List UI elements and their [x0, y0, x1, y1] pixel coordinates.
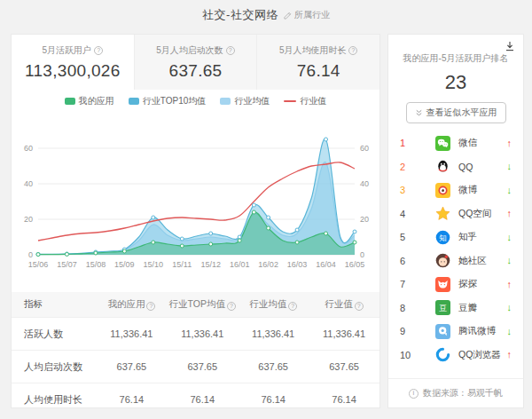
rank-list-item[interactable]: 3微博↓ — [388, 178, 523, 202]
legend-swatch — [284, 100, 296, 102]
table-column-header: 行业值? — [309, 292, 379, 318]
trend-down-icon: ↓ — [507, 162, 512, 171]
stat-label: 5月人均启动次数 ? — [156, 44, 235, 57]
metrics-table: 指标我的应用?行业TOP均值?行业均值?行业值? 活跃人数11,336.4111… — [12, 292, 379, 415]
svg-text:40: 40 — [24, 179, 33, 188]
metric-value: 76.14 — [238, 383, 309, 416]
table-column-header: 我的应用? — [96, 292, 167, 318]
trend-up-icon: ↑ — [507, 350, 512, 360]
svg-text:20: 20 — [360, 215, 369, 224]
chart-svg: 0020204040606015/0615/0715/0815/0915/101… — [12, 113, 381, 281]
stat-tab-launch-count[interactable]: 5月人均启动次数 ? 637.65 — [134, 35, 257, 90]
stat-value: 637.65 — [169, 61, 223, 81]
svg-text:20: 20 — [24, 215, 33, 224]
rank-number: 7 — [400, 279, 414, 289]
legend-item-3[interactable]: 行业值 — [284, 95, 326, 107]
legend-item-0[interactable]: 我的应用 — [65, 95, 114, 107]
ranking-value: 23 — [388, 71, 523, 94]
svg-text:60: 60 — [24, 144, 33, 153]
info-icon[interactable]: ? — [355, 302, 364, 311]
rank-list-item[interactable]: 8豆豆瓣↓ — [388, 296, 523, 320]
svg-text:15/11: 15/11 — [172, 260, 192, 269]
trend-down-icon: ↓ — [507, 233, 512, 242]
table-column-header: 行业均值? — [238, 292, 309, 318]
svg-text:0: 0 — [28, 250, 33, 259]
qzone-icon — [435, 206, 450, 221]
rank-list-item[interactable]: 6她社区↓ — [388, 249, 523, 273]
rank-number: 4 — [400, 209, 414, 219]
app-name: 知乎 — [458, 231, 507, 243]
legend-label: 我的应用 — [79, 95, 114, 107]
tencent-weibo-icon — [435, 324, 450, 339]
metrics-table-head: 指标我的应用?行业TOP均值?行业均值?行业值? — [12, 292, 379, 318]
rank-list-item[interactable]: 5知知乎↓ — [388, 225, 523, 249]
svg-text:知: 知 — [439, 233, 447, 241]
info-icon[interactable]: ? — [348, 46, 357, 55]
svg-text:15/07: 15/07 — [57, 260, 77, 269]
table-row: 活跃人数11,336.4111,336.4111,336.4111,336.41 — [12, 318, 379, 351]
metric-value: 637.65 — [167, 351, 238, 383]
stat-tab-usage-time[interactable]: 5月人均使用时长 ? 76.14 — [256, 35, 379, 90]
stat-value: 76.14 — [297, 61, 340, 81]
svg-text:15/10: 15/10 — [144, 260, 164, 269]
app-name: 探探 — [458, 278, 507, 290]
table-row: 人均启动次数637.65637.65637.65637.65 — [12, 351, 379, 383]
zhihu-icon: 知 — [435, 230, 450, 245]
rank-list-item[interactable]: 9腾讯微博↓ — [388, 320, 523, 344]
douban-icon: 豆 — [435, 300, 450, 315]
info-icon[interactable]: ? — [146, 302, 155, 311]
info-icon[interactable]: ? — [94, 46, 103, 55]
app-name: QQ — [458, 162, 507, 172]
app-name: 腾讯微博 — [458, 325, 507, 337]
ranking-panel: 我的应用-5月活跃用户排名 23 查看近似水平应用 1微信↑2QQ↓3微博↓4Q… — [387, 34, 524, 408]
stat-tabs: 5月活跃用户 ? 113,300,026 5月人均启动次数 ? 637.65 5… — [12, 35, 379, 90]
svg-text:15/06: 15/06 — [28, 260, 49, 269]
metric-name: 人均使用时长 — [12, 383, 96, 416]
info-icon[interactable]: ? — [288, 302, 297, 311]
app-name: 微博 — [458, 184, 507, 196]
rank-list-item[interactable]: 2QQ↓ — [388, 155, 523, 179]
legend-item-2[interactable]: 行业均值 — [220, 95, 270, 107]
trend-up-icon: ↑ — [507, 138, 512, 148]
svg-text:16/03: 16/03 — [287, 260, 308, 269]
industry-link[interactable]: 所属行业 — [284, 9, 330, 21]
svg-text:16/05: 16/05 — [345, 260, 365, 269]
app-name: 她社区 — [458, 255, 507, 267]
rank-number: 1 — [400, 138, 414, 148]
metric-value: 76.14 — [96, 383, 167, 416]
app-ranking-list: 1微信↑2QQ↓3微博↓4QQ空间↑5知知乎↓6她社区↓7探探↑8豆豆瓣↓9腾讯… — [388, 131, 523, 367]
legend-label: 行业均值 — [234, 95, 270, 107]
metric-value: 11,336.41 — [238, 318, 309, 351]
stat-tab-active-users[interactable]: 5月活跃用户 ? 113,300,026 — [12, 35, 134, 90]
svg-text:16/04: 16/04 — [316, 260, 336, 269]
table-row: 人均使用时长76.1476.1476.1476.14 — [12, 383, 379, 416]
svg-text:16/02: 16/02 — [258, 260, 278, 269]
metric-value: 11,336.41 — [167, 318, 238, 351]
table-column-header: 行业TOP均值? — [167, 292, 238, 318]
rank-list-item[interactable]: 10QQ浏览器↑ — [388, 344, 523, 368]
info-icon[interactable]: ? — [226, 46, 235, 55]
trend-chart: 0020204040606015/0615/0715/0815/0915/101… — [12, 113, 381, 281]
industry-link-label: 所属行业 — [294, 9, 330, 21]
rank-number: 8 — [400, 303, 414, 313]
rank-list-item[interactable]: 4QQ空间↑ — [388, 202, 523, 226]
legend-item-1[interactable]: 行业TOP10均值 — [129, 95, 207, 107]
qq-icon — [435, 159, 450, 174]
stat-value: 113,300,026 — [25, 61, 121, 81]
weibo-icon — [435, 183, 450, 198]
info-icon[interactable]: ? — [227, 302, 236, 311]
rank-list-item[interactable]: 7探探↑ — [388, 273, 523, 296]
app-name: QQ空间 — [458, 208, 507, 220]
legend-label: 行业TOP10均值 — [143, 95, 207, 107]
rank-list-item[interactable]: 1微信↑ — [388, 131, 523, 155]
rank-number: 5 — [400, 232, 414, 242]
data-source-footer: i 数据来源：易观千帆 — [388, 378, 523, 407]
view-similar-apps-button[interactable]: 查看近似水平应用 — [406, 102, 506, 123]
metric-value: 76.14 — [309, 383, 379, 416]
trend-down-icon: ↓ — [507, 327, 512, 336]
page-title: 社交-社交网络 — [202, 7, 278, 23]
svg-text:15/12: 15/12 — [200, 260, 221, 269]
view-similar-apps-label: 查看近似水平应用 — [426, 107, 497, 119]
metric-value: 11,336.41 — [309, 318, 379, 351]
download-icon[interactable] — [505, 41, 515, 51]
